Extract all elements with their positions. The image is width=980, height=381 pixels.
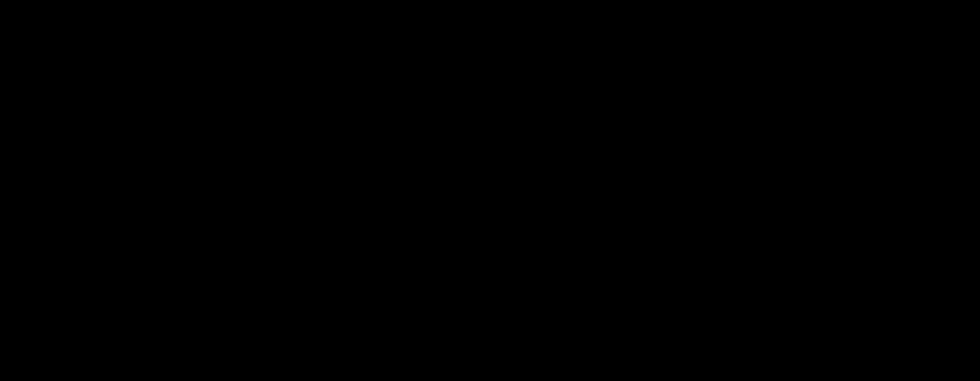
org-chart <box>0 0 980 381</box>
connector-lines <box>0 0 980 381</box>
